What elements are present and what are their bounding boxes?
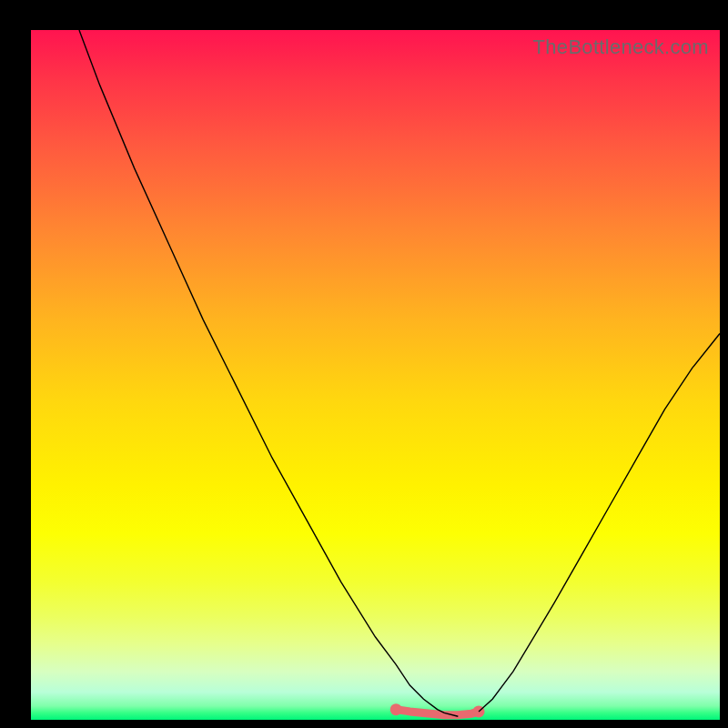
chart-frame: TheBottleneck.com (0, 0, 728, 728)
right-curve-path (479, 334, 720, 712)
chart-svg (31, 30, 720, 720)
highlight-dot-left (390, 703, 402, 715)
left-curve-path (79, 30, 458, 716)
series-group (79, 30, 720, 717)
plot-area: TheBottleneck.com (31, 30, 720, 720)
highlight-segment (396, 710, 479, 715)
watermark-text: TheBottleneck.com (533, 35, 709, 59)
